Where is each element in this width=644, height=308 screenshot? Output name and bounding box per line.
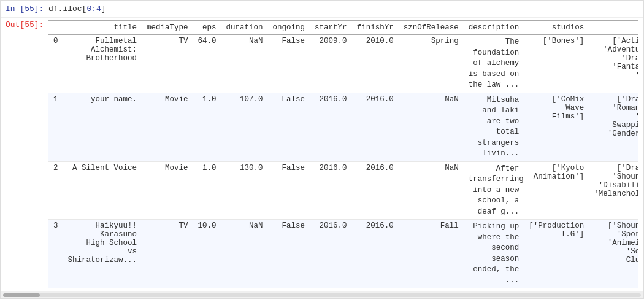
col-header-finishyr: finishYr <box>352 21 399 35</box>
table-cell: 2016.0 <box>310 161 352 220</box>
col-header-description: description <box>464 21 524 35</box>
table-cell: 2 <box>48 161 63 220</box>
table-cell: ['KyotoAnimation'] <box>524 161 589 220</box>
table-cell: NaN <box>399 161 464 220</box>
table-row: 0FullmetalAlchemist:BrotherhoodTV64.0NaN… <box>48 35 638 93</box>
col-header-eps: eps <box>193 21 221 35</box>
table-cell: 10.0 <box>193 220 221 288</box>
col-header-tags: tags <box>589 21 638 35</box>
table-cell: A Silent Voice <box>63 161 142 220</box>
table-cell: TV <box>142 35 193 93</box>
code-bracket: 0:4 <box>86 4 101 13</box>
table-cell: 3 <box>48 220 63 288</box>
table-row: 3Haikyuu!!KarasunoHigh SchoolvsShiratori… <box>48 220 638 288</box>
table-cell: ['Drama','Romance','BodySwapping','Gende… <box>589 93 638 161</box>
output-cell: Out[55]: title mediaType eps duration on… <box>1 18 643 291</box>
table-cell: NaN <box>221 220 268 288</box>
table-row: 2A Silent VoiceMovie1.0130.0False2016.02… <box>48 161 638 220</box>
table-cell: False <box>268 161 310 220</box>
table-cell: TV <box>142 220 193 288</box>
col-header-startyr: startYr <box>310 21 352 35</box>
table-cell: 2016.0 <box>310 220 352 288</box>
table-cell: 2016.0 <box>352 220 399 288</box>
input-code: df.iloc[0:4] <box>48 4 106 13</box>
dataframe-table: title mediaType eps duration ongoing sta… <box>48 20 638 288</box>
table-cell: 1.0 <box>193 93 221 161</box>
table-cell: ['Shounen','Sports','Animeism','SchoolCl… <box>589 220 638 288</box>
table-cell: Movie <box>142 93 193 161</box>
table-row: 1your name.Movie1.0107.0False2016.02016.… <box>48 93 638 161</box>
table-cell: 107.0 <box>221 93 268 161</box>
table-cell: NaN <box>399 93 464 161</box>
col-header-mediatype: mediaType <box>142 21 193 35</box>
table-cell: False <box>268 93 310 161</box>
table-cell: Spring <box>399 35 464 93</box>
col-header-studios: studios <box>524 21 589 35</box>
input-label: In [55]: <box>6 4 48 13</box>
col-header-sznofrelease: sznOfRelease <box>399 21 464 35</box>
table-cell: Thefoundationof alchemyis based onthe la… <box>464 35 524 93</box>
dataframe-container[interactable]: title mediaType eps duration ongoing sta… <box>48 20 638 288</box>
table-cell: Aftertransferringinto a newschool, adeaf… <box>464 161 524 220</box>
table-cell: ['Bones'] <box>524 35 589 93</box>
notebook-cell: In [55]: df.iloc[0:4] Out[55]: title med… <box>0 0 644 299</box>
table-cell: ['ProductionI.G'] <box>524 220 589 288</box>
table-cell: ['Action','Adventure','Drama','Fantasy',… <box>589 35 638 93</box>
col-header-title: title <box>63 21 142 35</box>
table-cell: False <box>268 220 310 288</box>
scroll-thumb <box>3 293 40 297</box>
table-cell: NaN <box>221 35 268 93</box>
table-cell: 0 <box>48 35 63 93</box>
table-cell: Mitsuhaand Takiare twototalstrangerslivi… <box>464 93 524 161</box>
table-cell: FullmetalAlchemist:Brotherhood <box>63 35 142 93</box>
table-cell: 2009.0 <box>310 35 352 93</box>
input-cell: In [55]: df.iloc[0:4] <box>1 1 643 18</box>
output-label: Out[55]: <box>6 20 48 29</box>
table-cell: ['Drama','Shounen','Disability','Melanch… <box>589 161 638 220</box>
table-cell: 1 <box>48 93 63 161</box>
table-cell: 1.0 <box>193 161 221 220</box>
table-cell: Movie <box>142 161 193 220</box>
table-cell: 130.0 <box>221 161 268 220</box>
table-cell: 64.0 <box>193 35 221 93</box>
table-cell: Fall <box>399 220 464 288</box>
table-cell: Picking upwhere thesecondseasonended, th… <box>464 220 524 288</box>
table-cell: False <box>268 35 310 93</box>
col-header-index <box>48 21 63 35</box>
table-cell: 2016.0 <box>310 93 352 161</box>
table-cell: ['CoMixWaveFilms'] <box>524 93 589 161</box>
horizontal-scrollbar[interactable] <box>1 291 643 298</box>
col-header-duration: duration <box>221 21 268 35</box>
scroll-track <box>3 293 641 297</box>
table-cell: 2016.0 <box>352 161 399 220</box>
table-cell: 2010.0 <box>352 35 399 93</box>
table-cell: 2016.0 <box>352 93 399 161</box>
table-cell: your name. <box>63 93 142 161</box>
col-header-ongoing: ongoing <box>268 21 310 35</box>
table-cell: Haikyuu!!KarasunoHigh SchoolvsShiratoriz… <box>63 220 142 288</box>
table-header-row: title mediaType eps duration ongoing sta… <box>48 21 638 35</box>
